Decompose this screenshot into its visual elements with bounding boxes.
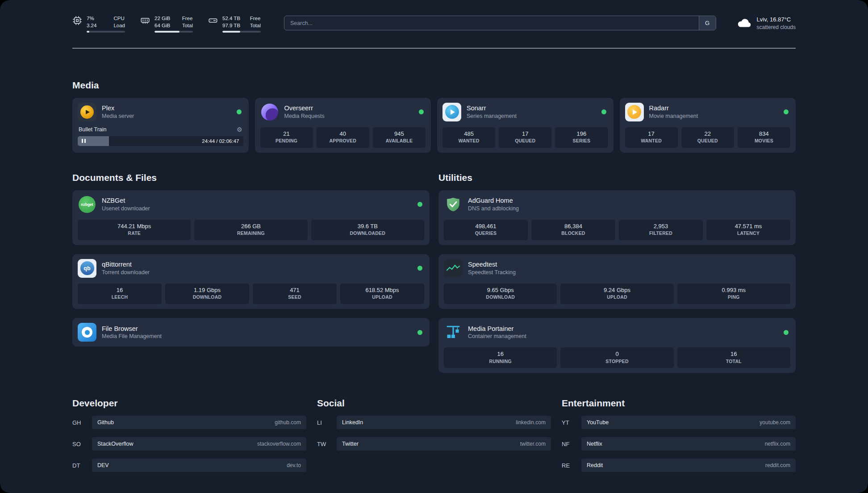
weather-location: Lviv, 16.87°C [757,16,796,24]
section-developer: Developer GH Github github.com SO StackO… [72,398,306,480]
nzbget-card[interactable]: nzbget NZBGet Usenet downloader 744.21 M… [72,190,430,245]
bookmark-youtube[interactable]: YT YouTube youtube.com [562,416,796,429]
speedtest-card[interactable]: Speedtest Speedtest Tracking 9.65 Gbps D… [438,254,796,309]
app-name: qBittorrent [102,261,412,268]
stat: 16 TOTAL [677,347,790,368]
memory-widget: 22 GiB 64 GiB Free Total [140,15,193,33]
app-name: Radarr [649,105,779,112]
bookmark-url: youtube.com [760,419,790,426]
portainer-crane-icon [444,323,463,342]
stat: 16 RUNNING [444,347,557,368]
stat: 16 LEECH [78,284,162,304]
app-subtitle: Usenet downloader [102,206,412,212]
stat: 2,953 FILTERED [619,220,703,240]
search-input[interactable] [284,16,716,30]
playback-time: 24:44 / 02:06:47 [202,138,239,144]
bookmark-abbr: GH [72,419,92,426]
disk-total-value: 97.9 TB [222,22,240,29]
app-subtitle: DNS and adblocking [468,206,790,212]
app-subtitle: Speedtest Tracking [468,270,790,276]
app-subtitle: Media server [102,113,231,119]
dashboard-page: 7% 3.24 CPU Load [0,0,868,493]
section-social: Social LI LinkedIn linkedin.com TW Twitt… [317,398,551,480]
radarr-icon [625,103,644,121]
bookmark-url: linkedin.com [516,419,546,426]
app-name: Overseerr [284,105,414,112]
status-dot [417,266,422,271]
section-title-entertainment: Entertainment [562,398,796,409]
portainer-card[interactable]: Media Portainer Container management 16 … [438,318,796,373]
disk-labels: Free Total [250,15,261,29]
overseerr-card[interactable]: Overseerr Media Requests 21 PENDING 40 A… [255,98,431,153]
bookmark-dev[interactable]: DT DEV dev.to [72,459,306,472]
bookmark-name: Github [97,419,114,426]
stat: 9.65 Gbps DOWNLOAD [444,284,557,304]
stat: 471 SEED [253,284,337,304]
bookmark-abbr: RE [562,462,581,469]
stat: 0 STOPPED [560,347,673,368]
filebrowser-icon [78,323,96,342]
bookmark-abbr: NF [562,441,581,447]
nzbget-icon: nzbget [78,195,96,214]
bookmark-name: StackOverflow [97,441,134,447]
qbittorrent-card[interactable]: qb qBittorrent Torrent downloader 16 LEE… [72,254,430,309]
radarr-card[interactable]: Radarr Movie management 17 WANTED 22 QUE… [620,98,796,153]
status-dot [784,330,789,335]
disk-progressbar [222,31,261,33]
cloud-icon [737,16,752,31]
app-subtitle: Media File Management [102,334,412,339]
pause-button[interactable] [82,139,86,143]
bookmark-name: YouTube [587,419,609,426]
sonarr-card[interactable]: Sonarr Series management 485 WANTED 17 Q… [437,98,613,153]
cpu-widget: 7% 3.24 CPU Load [72,15,125,33]
weather-condition: scattered clouds [757,24,796,31]
overseerr-icon [260,103,279,121]
stat: 39.6 TB DOWNLOADED [311,220,424,240]
bookmark-name: Reddit [587,462,603,468]
section-title-utilities: Utilities [438,172,796,183]
bookmark-reddit[interactable]: RE Reddit reddit.com [562,459,796,472]
bookmark-url: stackoverflow.com [257,441,301,447]
gear-icon[interactable]: ⚙ [237,126,242,133]
stat: 47.571 ms LATENCY [706,220,790,240]
status-dot [417,202,422,207]
search-bar: G [284,16,716,30]
adguard-shield-icon [444,195,463,214]
qbittorrent-icon: qb [78,259,96,278]
cpu-labels: CPU Load [113,15,125,29]
section-title-documents: Documents & Files [72,172,430,183]
resource-widgets: 7% 3.24 CPU Load [72,15,261,33]
disk-widget: 52.4 TB 97.9 TB Free Total [208,15,261,33]
dashboard-main: Media Plex Media server Bullet Train [72,80,796,480]
divider [72,48,796,49]
section-title-media: Media [72,80,796,91]
bookmark-url: reddit.com [765,462,790,468]
playback-progressbar: 24:44 / 02:06:47 [78,136,243,146]
stat: 21 PENDING [260,127,313,148]
bookmark-url: github.com [275,419,301,426]
bookmark-twitter[interactable]: TW Twitter twitter.com [317,437,551,451]
stat: 0.993 ms PING [677,284,790,304]
bookmark-netflix[interactable]: NF Netflix netflix.com [562,437,796,451]
stat: 17 WANTED [625,127,678,148]
bookmark-name: DEV [97,462,109,468]
stat: 834 MOVIES [738,127,790,148]
cpu-usage-value: 7% [87,15,96,22]
bookmark-abbr: DT [72,462,92,469]
stat: 9.24 Gbps UPLOAD [560,284,673,304]
bookmark-linkedin[interactable]: LI LinkedIn linkedin.com [317,416,551,429]
plex-icon [78,103,96,121]
adguard-card[interactable]: AdGuard Home DNS and adblocking 498,461 … [438,190,796,245]
section-media: Media Plex Media server Bullet Train [72,80,796,153]
bookmark-github[interactable]: GH Github github.com [72,416,306,429]
bookmark-abbr: SO [72,441,92,447]
plex-card[interactable]: Plex Media server Bullet Train ⚙ 24:44 /… [72,98,249,153]
stat: 17 QUEUED [499,127,551,148]
status-dot [784,109,789,114]
filebrowser-card[interactable]: File Browser Media File Management [72,318,430,347]
search-provider-button[interactable]: G [699,16,716,30]
section-title-developer: Developer [72,398,306,409]
memory-free-value: 22 GiB [154,15,170,22]
cpu-values: 7% 3.24 [87,15,96,29]
bookmark-stackoverflow[interactable]: SO StackOverflow stackoverflow.com [72,437,306,451]
